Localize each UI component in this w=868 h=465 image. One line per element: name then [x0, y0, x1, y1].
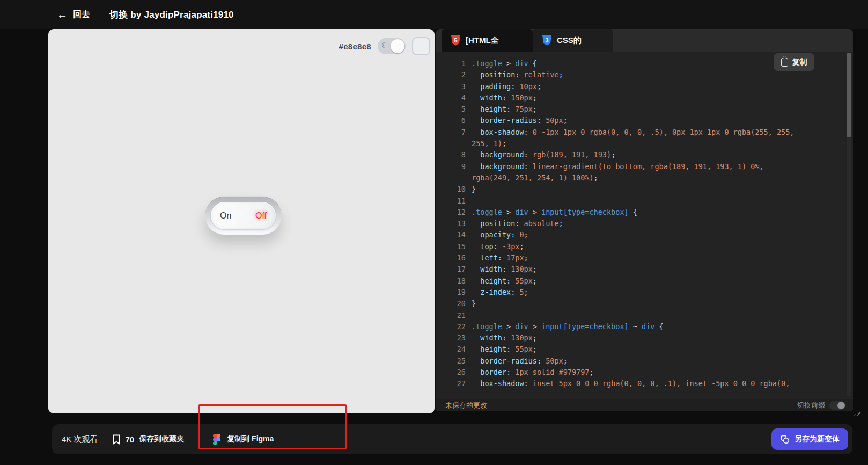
code-line[interactable]: 9 background: linear-gradient(to bottom,… — [436, 161, 853, 172]
code-line[interactable]: 255, 1); — [436, 138, 853, 149]
code-text: height: 55px; — [472, 275, 537, 287]
line-number: 6 — [436, 115, 466, 126]
code-line[interactable]: 11 — [436, 195, 853, 207]
code-line[interactable]: 8 background: rgb(189, 191, 193); — [436, 149, 853, 161]
code-text: .toggle > div { — [472, 58, 537, 69]
line-number: 17 — [436, 264, 466, 275]
code-line[interactable]: 17 width: 130px; — [436, 264, 853, 275]
line-number — [436, 172, 466, 184]
clipboard-icon — [781, 58, 788, 67]
code-line[interactable]: 19 z-index: 5; — [436, 287, 853, 298]
line-number: 1 — [436, 58, 466, 69]
code-line[interactable]: 25 border-radius: 50px; — [436, 355, 853, 367]
code-line[interactable]: 26 border: 1px solid #979797; — [436, 367, 853, 378]
demo-on-label: On — [220, 211, 231, 221]
code-text: .toggle > div > input[type=checkbox] ~ d… — [472, 321, 664, 332]
code-line[interactable]: 22.toggle > div > input[type=checkbox] ~… — [436, 321, 853, 332]
copy-to-figma-button[interactable]: 复制到 Figma — [213, 434, 274, 445]
resize-preview-button[interactable] — [412, 37, 430, 55]
prefix-toggle-label: 切换前缀 — [797, 401, 825, 410]
line-number: 26 — [436, 367, 466, 378]
line-number: 12 — [436, 207, 466, 218]
copy-label: 复制 — [792, 57, 807, 67]
tab-html[interactable]: 5 [HTML全 — [442, 29, 533, 52]
demo-toggle-inner[interactable]: On Off — [211, 202, 276, 229]
page-title: 切换 by JaydipPrajapati1910 — [109, 9, 234, 21]
code-line[interactable]: 15 top: -3px; — [436, 241, 853, 252]
code-line[interactable]: 16 left: 17px; — [436, 252, 853, 264]
code-line[interactable]: 5 height: 75px; — [436, 104, 853, 115]
code-line[interactable]: 21 — [436, 310, 853, 321]
line-number: 3 — [436, 81, 466, 92]
code-line[interactable]: 4 width: 150px; — [436, 92, 853, 104]
bottom-action-bar: 4K 次观看 70 保存到收藏夹 复制到 Figma 另存为新变体 — [52, 424, 852, 454]
code-text: top: -3px; — [472, 241, 524, 252]
code-line[interactable]: 13 position: absolute; — [436, 218, 853, 229]
line-number: 24 — [436, 344, 466, 355]
tab-css[interactable]: 3 CSS的 — [533, 29, 613, 52]
code-text: } — [472, 298, 476, 309]
line-number: 9 — [436, 161, 466, 172]
line-number: 13 — [436, 218, 466, 229]
code-line[interactable]: 24 height: 55px; — [436, 344, 853, 355]
code-line[interactable]: 2 position: relative; — [436, 69, 853, 81]
code-line[interactable]: 7 box-shadow: 0 -1px 1px 0 rgba(0, 0, 0,… — [436, 127, 853, 138]
dark-mode-toggle[interactable]: ☾ — [378, 38, 406, 54]
code-text: box-shadow: inset 5px 0 0 0 rgba(0, 0, 0… — [472, 378, 790, 389]
code-editor[interactable]: 1.toggle > div {2 position: relative;3 p… — [436, 52, 853, 399]
tab-css-label: CSS的 — [557, 35, 582, 46]
prefix-toggle-knob[interactable] — [837, 402, 845, 409]
code-text: width: 130px; — [472, 332, 537, 344]
copy-to-figma-label: 复制到 Figma — [227, 434, 274, 444]
code-text: border-radius: 50px; — [472, 115, 568, 126]
line-number: 18 — [436, 275, 466, 287]
save-to-favorites-button[interactable]: 70 保存到收藏夹 — [112, 434, 185, 445]
line-number: 22 — [436, 321, 466, 332]
line-number: 25 — [436, 355, 466, 367]
line-number: 21 — [436, 310, 466, 321]
code-text: box-shadow: 0 -1px 1px 0 rgba(0, 0, 0, .… — [472, 127, 794, 138]
code-line[interactable]: 10} — [436, 184, 853, 195]
dark-mode-toggle-knob[interactable] — [391, 39, 404, 53]
preview-panel: #e8e8e8 ☾ On Off — [48, 29, 435, 413]
back-label: 回去 — [73, 9, 90, 20]
code-line[interactable]: 14 opacity: 0; — [436, 229, 853, 241]
prefix-toggle[interactable] — [829, 401, 845, 410]
code-line[interactable]: rgba(249, 251, 254, 1) 100%); — [436, 172, 853, 184]
code-text: height: 75px; — [472, 104, 537, 115]
bookmark-count: 70 — [126, 435, 135, 444]
code-line[interactable]: 6 border-radius: 50px; — [436, 115, 853, 126]
code-text: border-radius: 50px; — [472, 355, 568, 367]
code-panel: 5 [HTML全 3 CSS的 复制 1.toggle > div {2 pos… — [436, 29, 853, 411]
code-scrollbar-track[interactable] — [847, 53, 851, 396]
code-text: opacity: 0; — [472, 229, 528, 241]
save-to-favorites-label: 保存到收藏夹 — [139, 434, 184, 444]
code-line[interactable]: 23 width: 130px; — [436, 332, 853, 344]
code-text: border: 1px solid #979797; — [472, 367, 594, 378]
line-number: 15 — [436, 241, 466, 252]
line-number: 19 — [436, 287, 466, 298]
code-text: position: absolute; — [472, 218, 563, 229]
line-number: 10 — [436, 184, 466, 195]
code-line[interactable]: 12.toggle > div > input[type=checkbox] { — [436, 207, 853, 218]
line-number: 7 — [436, 127, 466, 138]
code-text: padding: 10px; — [472, 81, 541, 92]
line-number: 5 — [436, 104, 466, 115]
code-text: .toggle > div > input[type=checkbox] { — [472, 207, 637, 218]
code-line[interactable]: 27 box-shadow: inset 5px 0 0 0 rgba(0, 0… — [436, 378, 853, 389]
code-scrollbar-thumb[interactable] — [847, 53, 851, 137]
line-number: 20 — [436, 298, 466, 309]
code-line[interactable]: 18 height: 55px; — [436, 275, 853, 287]
background-hex-label: #e8e8e8 — [339, 42, 372, 51]
line-number: 8 — [436, 149, 466, 161]
back-button[interactable]: ← 回去 — [57, 9, 90, 20]
code-line[interactable]: 3 padding: 10px; — [436, 81, 853, 92]
panel-resize-handle[interactable] — [854, 409, 860, 416]
code-line[interactable]: 20} — [436, 298, 853, 309]
code-tab-bar: 5 [HTML全 3 CSS的 — [436, 29, 853, 52]
demo-toggle-component[interactable]: On Off — [205, 197, 281, 234]
copy-code-button[interactable]: 复制 — [774, 53, 814, 71]
save-as-variant-button[interactable]: 另存为新变体 — [771, 428, 848, 450]
line-number: 4 — [436, 92, 466, 104]
duplicate-icon — [780, 434, 790, 445]
